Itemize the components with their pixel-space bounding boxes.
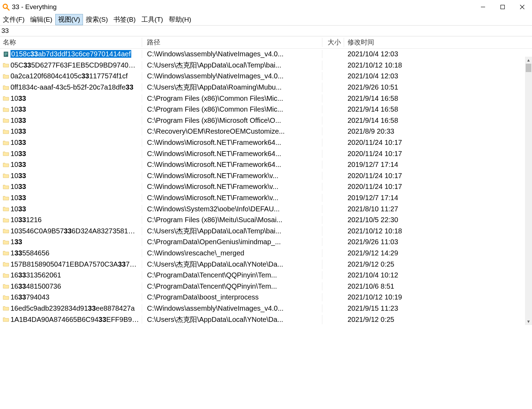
folder-icon bbox=[3, 239, 9, 245]
file-modified: 2021/9/12 14:29 bbox=[344, 249, 532, 257]
menu-item-2[interactable]: 视图(V) bbox=[55, 14, 83, 25]
result-row[interactable]: 1033C:\Windows\Microsoft.NET\Framework\v… bbox=[0, 192, 532, 204]
result-row[interactable]: 1033C:\Windows\Microsoft.NET\Framework64… bbox=[0, 148, 532, 159]
vertical-scrollbar[interactable]: ▲ ▼ bbox=[525, 57, 532, 325]
folder-icon bbox=[3, 261, 9, 267]
title-bar: 33 - Everything bbox=[0, 0, 532, 14]
file-name: 133 bbox=[10, 238, 22, 246]
window-title: 33 - Everything bbox=[12, 3, 57, 11]
file-name: 05C335D6277F63F1EB5CD9BD9740303B67E399C3… bbox=[10, 61, 139, 69]
file-modified: 2021/10/4 12:03 bbox=[344, 72, 532, 80]
file-modified: 2020/11/24 10:17 bbox=[344, 172, 532, 180]
file-path: C:\Users\杰克阳\AppData\Roaming\Mubu... bbox=[142, 83, 322, 92]
result-row[interactable]: 1033C:\Windows\Microsoft.NET\Framework\v… bbox=[0, 181, 532, 192]
column-headers: 名称 路径 大小 修改时间 bbox=[0, 36, 532, 49]
result-row[interactable]: 0a2ca120f6804c4105c331177574f1cfC:\Windo… bbox=[0, 71, 532, 82]
menu-item-5[interactable]: 工具(T) bbox=[139, 14, 166, 25]
result-row[interactable]: 0ff1834c-aaaf-43c5-b52f-20c7a18dfe33C:\U… bbox=[0, 82, 532, 93]
file-name: 1033 bbox=[10, 183, 26, 191]
file-path: C:\Windows\Microsoft.NET\Framework\v... bbox=[142, 172, 322, 180]
result-row[interactable]: 133C:\ProgramData\OpenGenius\imindmap_..… bbox=[0, 237, 532, 248]
file-path: C:\ProgramData\OpenGenius\imindmap_... bbox=[142, 238, 322, 246]
file-path: C:\Recovery\OEM\RestoreOEMCustomize... bbox=[142, 127, 322, 135]
result-row[interactable]: 1335584656C:\Windows\rescache\_merged202… bbox=[0, 248, 532, 259]
result-row[interactable]: 1633794043C:\ProgramData\boost_interproc… bbox=[0, 292, 532, 303]
file-name: 1633313562061 bbox=[10, 271, 61, 279]
file-name: 157B81589050471EBDA7570C3A337525 bbox=[10, 260, 139, 268]
folder-icon bbox=[3, 151, 9, 156]
column-header-size[interactable]: 大小 bbox=[322, 38, 344, 47]
folder-icon bbox=[3, 317, 9, 322]
file-path: C:\Program Files (x86)\Common Files\Mic.… bbox=[142, 94, 322, 103]
folder-icon bbox=[3, 273, 9, 278]
file-name: 0a2ca120f6804c4105c331177574f1cf bbox=[10, 72, 128, 80]
column-header-path[interactable]: 路径 bbox=[142, 38, 322, 47]
file-modified: 2021/8/9 20:33 bbox=[344, 127, 532, 135]
folder-icon bbox=[3, 85, 9, 90]
result-row[interactable]: 1633313562061C:\ProgramData\Tencent\QQPi… bbox=[0, 270, 532, 281]
file-name: 1033 bbox=[10, 161, 26, 169]
result-row[interactable]: 0158c33ab7d3ddf13c6ce79701414aefC:\Windo… bbox=[0, 49, 532, 60]
result-row[interactable]: 1033C:\Recovery\OEM\RestoreOEMCustomize.… bbox=[0, 126, 532, 137]
result-row[interactable]: 1033C:\Program Files (x86)\Common Files\… bbox=[0, 93, 532, 104]
folder-icon bbox=[3, 184, 9, 190]
file-path: C:\Windows\Microsoft.NET\Framework\v... bbox=[142, 194, 322, 202]
result-row[interactable]: 1033C:\Windows\Microsoft.NET\Framework64… bbox=[0, 159, 532, 170]
file-path: C:\Program Files (x86)\Meitu\Sucai\Mosai… bbox=[142, 216, 322, 224]
result-row[interactable]: 103546C0A9B57336D324A83273581C54B8C:\Use… bbox=[0, 226, 532, 237]
svg-rect-3 bbox=[501, 5, 505, 9]
result-row[interactable]: 1033C:\Windows\Microsoft.NET\Framework\v… bbox=[0, 170, 532, 182]
result-row[interactable]: 1A1B4DA90A874665B6C9433EFF9B974BC:\Users… bbox=[0, 314, 532, 325]
file-name: 1033 bbox=[10, 172, 26, 180]
file-modified: 2021/10/12 10:18 bbox=[344, 227, 532, 235]
menu-item-1[interactable]: 编辑(E) bbox=[27, 14, 55, 25]
result-row[interactable]: 157B81589050471EBDA7570C3A337525C:\Users… bbox=[0, 259, 532, 270]
file-name: 1033 bbox=[10, 94, 26, 103]
menu-item-6[interactable]: 帮助(H) bbox=[166, 14, 194, 25]
result-row[interactable]: 1033C:\Windows\System32\oobe\Info\DEFAU.… bbox=[0, 203, 532, 214]
folder-icon bbox=[3, 217, 9, 223]
minimize-button[interactable] bbox=[473, 0, 493, 14]
folder-icon bbox=[3, 107, 9, 112]
scroll-down-icon[interactable]: ▼ bbox=[525, 318, 532, 325]
folder-icon bbox=[3, 195, 9, 201]
result-row[interactable]: 1633481500736C:\ProgramData\Tencent\QQPi… bbox=[0, 281, 532, 292]
svg-line-1 bbox=[7, 8, 9, 10]
folder-icon bbox=[3, 96, 9, 101]
result-row[interactable]: 16ed5c9adb2392834d9133ee8878427aC:\Windo… bbox=[0, 303, 532, 314]
file-path: C:\Windows\Microsoft.NET\Framework64... bbox=[142, 150, 322, 158]
folder-icon bbox=[3, 283, 9, 289]
scroll-up-icon[interactable]: ▲ bbox=[525, 57, 532, 64]
result-row[interactable]: 1033C:\Program Files (x86)\Common Files\… bbox=[0, 104, 532, 115]
column-header-modified[interactable]: 修改时间 bbox=[344, 38, 532, 47]
menu-item-3[interactable]: 搜索(S) bbox=[83, 14, 111, 25]
file-path: C:\Windows\Microsoft.NET\Framework64... bbox=[142, 161, 322, 169]
scroll-thumb[interactable] bbox=[526, 64, 531, 72]
menu-item-0[interactable]: 文件(F) bbox=[0, 14, 27, 25]
close-button[interactable] bbox=[512, 0, 532, 14]
file-path: C:\Users\杰克阳\AppData\Local\Temp\bai... bbox=[142, 226, 322, 236]
file-path: C:\Windows\Microsoft.NET\Framework\v... bbox=[142, 183, 322, 191]
result-row[interactable]: 10331216C:\Program Files (x86)\Meitu\Suc… bbox=[0, 214, 532, 226]
folder-icon bbox=[3, 140, 9, 146]
result-row[interactable]: 05C335D6277F63F1EB5CD9BD9740303B67E399C3… bbox=[0, 60, 532, 71]
file-name: 16ed5c9adb2392834d9133ee8878427a bbox=[10, 304, 135, 312]
file-path: C:\Windows\assembly\NativeImages_v4.0... bbox=[142, 50, 322, 58]
file-name: 1633481500736 bbox=[10, 282, 61, 290]
column-header-name[interactable]: 名称 bbox=[0, 38, 142, 47]
file-path: C:\Windows\assembly\NativeImages_v4.0... bbox=[142, 304, 322, 312]
file-path: C:\Users\杰克阳\AppData\Local\YNote\Da... bbox=[142, 260, 322, 269]
search-input[interactable] bbox=[0, 26, 532, 36]
maximize-button[interactable] bbox=[493, 0, 512, 14]
result-row[interactable]: 1033C:\Program Files (x86)\Microsoft Off… bbox=[0, 115, 532, 126]
file-name: 1633794043 bbox=[10, 293, 49, 301]
app-icon bbox=[2, 3, 10, 11]
file-modified: 2020/11/24 10:17 bbox=[344, 183, 532, 191]
file-modified: 2021/9/14 16:58 bbox=[344, 94, 532, 103]
folder-icon bbox=[3, 295, 9, 300]
file-modified: 2020/11/24 10:17 bbox=[344, 139, 532, 147]
results-list: 0158c33ab7d3ddf13c6ce79701414aefC:\Windo… bbox=[0, 49, 532, 325]
file-path: C:\Windows\assembly\NativeImages_v4.0... bbox=[142, 72, 322, 80]
menu-item-4[interactable]: 书签(B) bbox=[111, 14, 138, 25]
result-row[interactable]: 1033C:\Windows\Microsoft.NET\Framework64… bbox=[0, 137, 532, 148]
